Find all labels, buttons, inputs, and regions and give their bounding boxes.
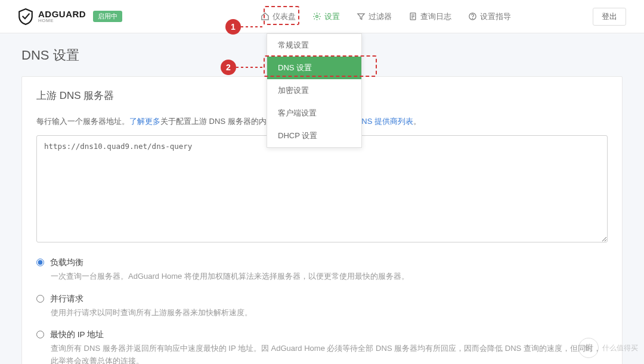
status-badge: 启用中 [93, 11, 122, 22]
nav-querylog-label: 查询日志 [420, 11, 451, 22]
dropdown-dns[interactable]: DNS 设置 [267, 57, 361, 79]
radio-parallel-input[interactable] [36, 295, 44, 303]
logo[interactable]: ADGUARD HOME [18, 8, 86, 25]
annotation-marker-2: 2 [221, 60, 236, 75]
learn-more-link[interactable]: 了解更多 [129, 117, 160, 126]
radio-load-balance[interactable]: 负载均衡 [36, 257, 608, 268]
main-nav: 仪表盘 设置 过滤器 查询日志 设置指导 [253, 8, 518, 26]
nav-dashboard-label: 仪表盘 [273, 11, 296, 22]
home-icon [261, 12, 270, 21]
radio-parallel-label: 并行请求 [50, 294, 83, 304]
helper-pre: 每行输入一个服务器地址。 [36, 117, 129, 126]
svg-point-3 [472, 18, 473, 19]
radio-fastest[interactable]: 最快的 IP 地址 [36, 329, 608, 340]
watermark-text: 什么值得买 [602, 343, 638, 353]
nav-settings[interactable]: 设置 [305, 8, 347, 26]
helper-end: 。 [413, 117, 421, 126]
brand-name: ADGUARD [38, 10, 86, 18]
watermark-icon: 值 [578, 338, 599, 358]
settings-dropdown: 常规设置 DNS 设置 加密设置 客户端设置 DHCP 设置 [267, 33, 362, 148]
brand-sub: HOME [38, 18, 86, 23]
dropdown-dhcp[interactable]: DHCP 设置 [267, 125, 361, 147]
logout-button[interactable]: 登出 [593, 8, 626, 26]
radio-fastest-label: 最快的 IP 地址 [50, 329, 104, 340]
nav-filters[interactable]: 过滤器 [349, 8, 399, 26]
annotation-trail-2 [236, 67, 264, 68]
radio-fastest-input[interactable] [36, 331, 44, 338]
svg-point-0 [316, 15, 318, 18]
dropdown-clients[interactable]: 客户端设置 [267, 102, 361, 125]
radio-parallel[interactable]: 并行请求 [36, 294, 608, 304]
shield-icon [18, 8, 33, 25]
topbar: ADGUARD HOME 启用中 仪表盘 设置 过滤器 查询日志 设置指导 登出 [0, 0, 644, 33]
nav-settings-label: 设置 [324, 11, 340, 22]
upstream-servers-input[interactable] [36, 135, 608, 242]
help-icon [468, 12, 477, 21]
annotation-marker-1: 1 [225, 19, 241, 35]
mode-radios: 负载均衡 一次查询一台服务器。AdGuard Home 将使用加权随机算法来选择… [36, 257, 608, 364]
nav-filters-label: 过滤器 [369, 11, 392, 22]
watermark: 值 什么值得买 [578, 338, 638, 358]
radio-load-balance-input[interactable] [36, 259, 44, 266]
radio-load-balance-desc: 一次查询一台服务器。AdGuard Home 将使用加权随机算法来选择服务器，以… [51, 270, 608, 283]
nav-querylog[interactable]: 查询日志 [401, 8, 459, 26]
radio-fastest-desc: 查询所有 DNS 服务器并返回所有响应中速度最快的 IP 地址。因 AdGuar… [51, 343, 608, 364]
dropdown-encryption[interactable]: 加密设置 [267, 79, 361, 102]
nav-dashboard[interactable]: 仪表盘 [253, 8, 303, 26]
filter-icon [357, 12, 366, 21]
radio-parallel-desc: 使用并行请求以同时查询所有上游服务器来加快解析速度。 [51, 307, 608, 319]
radio-load-balance-label: 负载均衡 [50, 257, 83, 268]
nav-guide[interactable]: 设置指导 [461, 8, 518, 26]
nav-guide-label: 设置指导 [480, 11, 511, 22]
dropdown-general[interactable]: 常规设置 [267, 34, 361, 57]
document-icon [408, 12, 417, 21]
gear-icon [312, 12, 321, 21]
annotation-trail-1 [241, 26, 262, 27]
